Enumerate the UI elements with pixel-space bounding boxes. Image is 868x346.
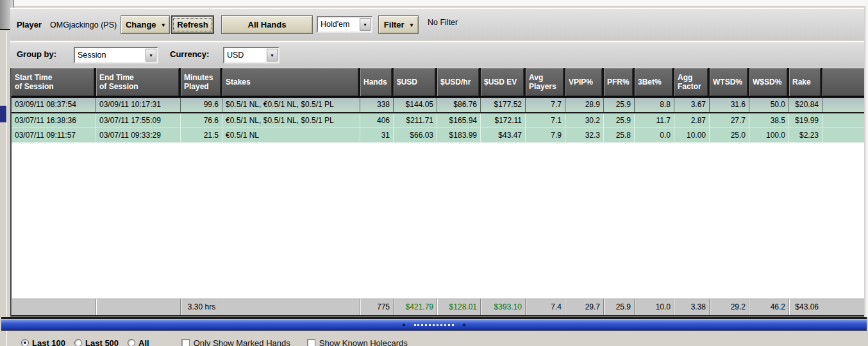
total-cell: 25.9	[604, 299, 635, 315]
session-cell: $66.03	[394, 128, 437, 142]
column-header--usd-hr[interactable]: $USD/hr	[437, 68, 481, 96]
radio-label[interactable]: Last 500	[85, 338, 119, 346]
group-by-label: Group by:	[17, 49, 56, 59]
radio-last-500[interactable]	[74, 339, 82, 346]
session-cell: $43.47	[481, 128, 526, 142]
session-cell: 99.6	[181, 98, 222, 112]
session-cell: 338	[360, 98, 394, 112]
player-label: Player	[17, 20, 42, 29]
session-cell: 7.7	[526, 98, 565, 112]
checkbox-only-show-marked-hands[interactable]	[181, 339, 190, 346]
session-cell	[822, 113, 864, 128]
radio-label[interactable]: Last 100	[32, 338, 65, 346]
game-type-select[interactable]: Hold'em ▾	[317, 16, 372, 33]
column-header--usd[interactable]: $USD	[394, 68, 437, 96]
checkbox-label[interactable]: Only Show Marked Hands	[194, 338, 290, 346]
group-by-value: Session	[75, 48, 145, 62]
column-header-start-time[interactable]: Start Time of Session	[12, 68, 96, 96]
session-cell: 10.00	[674, 128, 710, 142]
hands-filter-controls: Last 100Last 500AllOnly Show Marked Hand…	[21, 334, 424, 346]
chevron-down-icon: ▾	[410, 22, 413, 28]
session-cell	[822, 98, 864, 112]
session-cell: 27.7	[710, 113, 749, 128]
checkbox-show-known-holecards[interactable]	[307, 339, 315, 346]
session-cell: $144.05	[394, 98, 437, 112]
session-cell: $20.84	[789, 98, 822, 112]
session-cell: 32.3	[565, 128, 604, 142]
refresh-button[interactable]: Refresh	[171, 15, 214, 34]
filter-status: No Filter	[428, 18, 458, 27]
filter-button[interactable]: Filter ▾	[378, 15, 419, 34]
column-header-minutes[interactable]: Minutes Played	[181, 68, 222, 96]
session-row[interactable]: 03/09/11 08:37:5403/09/11 10:17:3199.6$0…	[12, 97, 864, 113]
session-cell: 25.0	[710, 128, 749, 142]
column-header-end-time[interactable]: End Time of Session	[96, 68, 181, 96]
window-right-edge	[865, 6, 868, 317]
column-header-stakes[interactable]: Stakes	[222, 68, 360, 96]
column-header-w-sd-[interactable]: W$SD%	[749, 68, 789, 96]
window-top-strip	[14, 0, 868, 6]
session-cell: 03/09/11 10:17:31	[96, 98, 181, 112]
column-header-blank[interactable]	[822, 68, 864, 96]
column-header-hands[interactable]: Hands	[360, 68, 394, 96]
session-cell: 03/09/11 08:37:54	[12, 98, 96, 112]
session-cell: 8.8	[635, 98, 674, 112]
grid-totals-row: 3.30 hrs775$421.79$128.01$393.107.429.72…	[12, 299, 864, 315]
column-header-vpip-[interactable]: VPIP%	[565, 68, 604, 96]
column-header-rake[interactable]: Rake	[789, 68, 822, 96]
session-cell: 406	[360, 113, 394, 128]
session-cell: 7.9	[526, 128, 565, 142]
horizontal-splitter-bar[interactable]: ▲ ▲	[1, 319, 867, 331]
radio-label[interactable]: All	[138, 338, 149, 346]
session-cell: 03/07/11 16:38:36	[12, 113, 96, 128]
grid-header-row: Start Time of SessionEnd Time of Session…	[12, 68, 864, 97]
currency-select[interactable]: USD ▾	[223, 47, 280, 63]
total-cell: $393.10	[481, 299, 526, 315]
session-cell: 28.9	[565, 98, 604, 112]
session-cell: €0.5/1 NL	[222, 128, 360, 142]
column-header-pfr-[interactable]: PFR%	[604, 68, 635, 96]
radio-last-100[interactable]	[21, 339, 29, 346]
change-button[interactable]: Change ▾	[121, 15, 170, 34]
session-cell: $86.76	[437, 98, 481, 112]
session-cell: 11.7	[635, 113, 674, 128]
left-splitter-handle[interactable]	[0, 106, 6, 122]
checkbox-label[interactable]: Show Known Holecards	[319, 338, 408, 346]
splitter-arrow-icon[interactable]: ▲	[401, 322, 406, 327]
session-cell: 25.9	[604, 98, 635, 112]
session-cell: 30.2	[565, 113, 604, 128]
total-cell	[222, 299, 360, 315]
session-cell: $2.23	[789, 128, 822, 142]
session-cell	[822, 128, 864, 142]
session-cell: 3.67	[674, 98, 710, 112]
total-cell: 29.7	[565, 299, 604, 315]
splitter-arrow-icon[interactable]: ▲	[462, 322, 467, 327]
session-cell: $177.52	[481, 98, 526, 112]
session-cell: 38.5	[749, 113, 789, 128]
chevron-down-icon[interactable]: ▾	[360, 18, 371, 31]
column-header-agg[interactable]: Agg Factor	[674, 68, 710, 96]
group-by-select[interactable]: Session ▾	[74, 47, 158, 63]
left-splitter-track[interactable]	[0, 31, 7, 346]
all-hands-button[interactable]: All Hands	[221, 15, 313, 34]
session-row[interactable]: 03/07/11 16:38:3603/07/11 17:55:0976.6€0…	[12, 113, 864, 128]
session-cell: $183.99	[437, 128, 481, 142]
session-cell: 21.5	[181, 128, 222, 142]
session-cell: 76.6	[181, 113, 222, 128]
total-cell: 3.38	[674, 299, 710, 315]
session-cell: 03/07/11 09:33:29	[96, 128, 181, 142]
splitter-grip-dots-icon[interactable]	[414, 324, 454, 326]
column-header-avg[interactable]: Avg Players	[526, 68, 565, 96]
currency-label: Currency:	[170, 49, 209, 59]
chevron-down-icon[interactable]: ▾	[267, 49, 278, 62]
column-header-3bet-[interactable]: 3Bet%	[635, 68, 674, 96]
sessions-grid: Start Time of SessionEnd Time of Session…	[10, 68, 864, 317]
radio-all[interactable]	[128, 339, 135, 346]
chevron-down-icon[interactable]: ▾	[146, 49, 156, 62]
total-cell: 7.4	[526, 299, 565, 315]
column-header-wtsd-[interactable]: WTSD%	[710, 68, 749, 96]
session-row[interactable]: 03/07/11 09:11:5703/07/11 09:33:2921.5€0…	[12, 128, 864, 143]
column-header--usd-ev[interactable]: $USD EV	[481, 68, 526, 96]
chevron-down-icon: ▾	[162, 22, 165, 28]
session-cell: $165.94	[437, 113, 481, 128]
